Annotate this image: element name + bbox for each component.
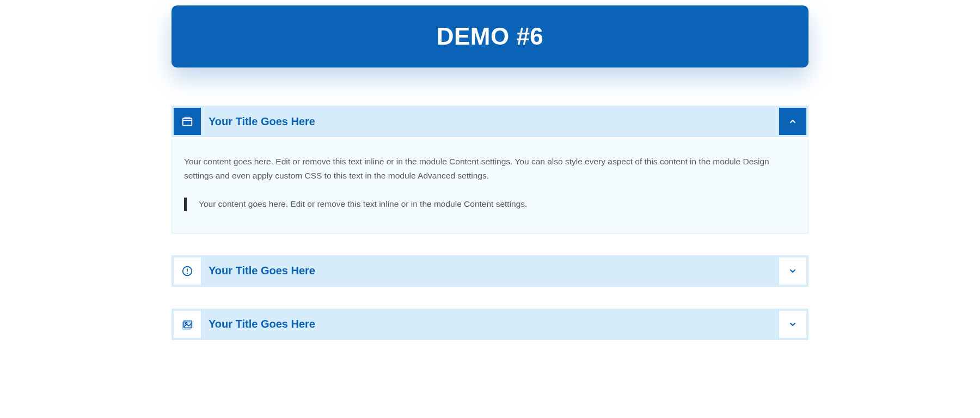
accordion-header[interactable]: Your Title Goes Here	[171, 309, 808, 340]
chevron-down-icon[interactable]	[779, 311, 806, 338]
accordion-item: Your Title Goes Here	[171, 255, 808, 287]
demo-banner: DEMO #6	[171, 5, 808, 67]
accordion-title-area: Your Title Goes Here	[203, 257, 777, 285]
accordion-quote: Your content goes here. Edit or remove t…	[184, 198, 796, 211]
accordion-title-area: Your Title Goes Here	[203, 108, 777, 135]
accordion-title: Your Title Goes Here	[209, 265, 315, 277]
alert-icon	[174, 257, 201, 285]
svg-rect-2	[185, 117, 191, 119]
accordion-body-text: Your content goes here. Edit or remove t…	[184, 155, 796, 182]
chevron-down-icon[interactable]	[779, 257, 806, 285]
accordion-header[interactable]: Your Title Goes Here	[171, 255, 808, 287]
accordion-item: Your Title Goes Here Your content goes h…	[171, 106, 808, 233]
chevron-up-icon[interactable]	[779, 108, 806, 135]
accordion-title-area: Your Title Goes Here	[203, 311, 777, 338]
accordion-title: Your Title Goes Here	[209, 318, 315, 330]
accordion-body: Your content goes here. Edit or remove t…	[171, 139, 808, 233]
accordion-title: Your Title Goes Here	[209, 115, 315, 128]
accordion-header[interactable]: Your Title Goes Here	[171, 106, 808, 137]
banner-title: DEMO #6	[182, 23, 798, 50]
image-icon	[174, 311, 201, 338]
accordion-item: Your Title Goes Here	[171, 309, 808, 340]
svg-rect-0	[183, 119, 192, 126]
window-icon	[174, 108, 201, 135]
svg-point-5	[187, 273, 188, 274]
accordion-quote-text: Your content goes here. Edit or remove t…	[199, 198, 796, 211]
